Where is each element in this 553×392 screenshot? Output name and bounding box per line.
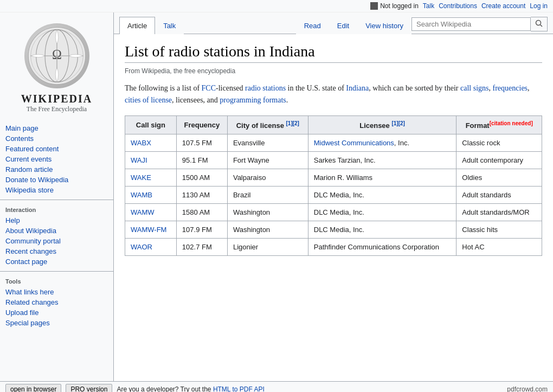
cell-format: Hot AC xyxy=(456,239,542,256)
call-sign-link[interactable]: WAMW-FM xyxy=(131,226,166,234)
search-bar xyxy=(411,17,548,31)
call-signs-link[interactable]: call signs xyxy=(460,84,489,92)
sidebar-item-help[interactable]: Help xyxy=(0,215,113,226)
logo-image: Ω xyxy=(24,23,89,88)
cell-format: Classic hits xyxy=(456,221,542,239)
not-logged-in-text: Not logged in xyxy=(380,2,419,10)
sidebar-item-donate[interactable]: Donate to Wikipedia xyxy=(0,175,113,185)
sidebar-divider-1 xyxy=(0,200,113,200)
table-row: WAJI95.1 FMFort WayneSarkes Tarzian, Inc… xyxy=(125,152,542,169)
bottom-message-text: Are you a developer? Try out the xyxy=(117,385,213,392)
search-input[interactable] xyxy=(411,17,531,31)
log-in-link[interactable]: Log in xyxy=(530,2,548,10)
col-header-frequency: Frequency xyxy=(176,115,227,134)
sidebar-item-contact-page[interactable]: Contact page xyxy=(0,256,113,267)
logo-subtitle: The Free Encyclopedia xyxy=(5,105,108,113)
call-sign-link[interactable]: WAMW xyxy=(131,208,155,216)
table-row: WAMW1580 AMWashingtonDLC Media, Inc.Adul… xyxy=(125,204,542,221)
contributions-link[interactable]: Contributions xyxy=(439,2,477,10)
sidebar-item-featured-content[interactable]: Featured content xyxy=(0,144,113,154)
cell-format: Adult standards xyxy=(456,187,542,204)
html-pdf-api-link[interactable]: HTML to PDF API xyxy=(213,385,265,392)
main-nav: Main page Contents Featured content Curr… xyxy=(0,123,113,195)
frequencies-link[interactable]: frequencies xyxy=(493,84,528,92)
cell-format: Classic rock xyxy=(456,134,542,152)
sidebar-item-community-portal[interactable]: Community portal xyxy=(0,236,113,246)
cell-city: Brazil xyxy=(227,187,308,204)
sidebar-navigation: Main page Contents Featured content Curr… xyxy=(0,123,113,195)
sidebar-item-contents[interactable]: Contents xyxy=(0,133,113,144)
sidebar-item-random-article[interactable]: Random article xyxy=(0,164,113,175)
tab-talk[interactable]: Talk xyxy=(155,17,184,34)
create-account-link[interactable]: Create account xyxy=(481,2,525,10)
pro-version-button[interactable]: PRO version xyxy=(66,384,112,392)
call-sign-link[interactable]: WAMB xyxy=(131,191,152,199)
sidebar-item-about[interactable]: About Wikipedia xyxy=(0,226,113,236)
page-from: From Wikipedia, the free encyclopedia xyxy=(125,67,542,75)
page-content: List of radio stations in Indiana From W… xyxy=(114,34,553,381)
sidebar-tools-section: Tools What links here Related changes Up… xyxy=(0,276,113,328)
sidebar-item-main-page[interactable]: Main page xyxy=(0,123,113,133)
sidebar-item-upload-file[interactable]: Upload file xyxy=(0,307,113,318)
top-bar: Not logged in Talk Contributions Create … xyxy=(0,0,553,12)
pdfcrowd-brand: pdfcrowd.com xyxy=(507,385,548,392)
cell-licensee: Pathfinder Communications Corporation xyxy=(308,239,456,256)
formats-link[interactable]: programming formats xyxy=(220,96,286,104)
tab-view-history[interactable]: View history xyxy=(357,17,411,34)
sidebar-item-what-links-here[interactable]: What links here xyxy=(0,287,113,297)
format-cite: [citation needed] xyxy=(490,120,533,126)
cell-licensee: Midwest Communications, Inc. xyxy=(308,134,456,152)
radio-stations-link[interactable]: radio stations xyxy=(245,84,286,92)
cell-call-sign: WAOR xyxy=(125,239,177,256)
sidebar-item-special-pages[interactable]: Special pages xyxy=(0,318,113,328)
sidebar-item-current-events[interactable]: Current events xyxy=(0,154,113,164)
layout: Ω Wikipedia The Free Encyclopedia Main p… xyxy=(0,12,553,381)
call-sign-link[interactable]: WAOR xyxy=(131,243,152,251)
cell-frequency: 1130 AM xyxy=(176,187,227,204)
indiana-link[interactable]: Indiana xyxy=(346,84,369,92)
logo-area: Ω Wikipedia The Free Encyclopedia xyxy=(0,18,113,119)
user-icon xyxy=(370,2,378,10)
col-header-city: City of license [1][2] xyxy=(227,115,308,134)
content-area: Article Talk Read Edit View history List… xyxy=(114,12,553,381)
call-sign-link[interactable]: WAKE xyxy=(131,173,151,182)
tab-article[interactable]: Article xyxy=(119,17,155,34)
call-sign-link[interactable]: WABX xyxy=(131,139,151,147)
table-row: WAOR102.7 FMLigonierPathfinder Communica… xyxy=(125,239,542,256)
talk-link[interactable]: Talk xyxy=(423,2,434,10)
cell-call-sign: WAKE xyxy=(125,169,177,187)
tab-bar: Article Talk Read Edit View history xyxy=(114,12,553,34)
sidebar-item-recent-changes[interactable]: Recent changes xyxy=(0,246,113,256)
sidebar-divider-2 xyxy=(0,271,113,272)
bottom-message: Are you a developer? Try out the HTML to… xyxy=(117,385,503,392)
cell-format: Oldies xyxy=(456,169,542,187)
tools-label: Tools xyxy=(0,276,113,287)
cell-city: Washington xyxy=(227,204,308,221)
tab-edit[interactable]: Edit xyxy=(329,17,357,34)
svg-text:Ω: Ω xyxy=(52,47,62,62)
open-in-browser-button[interactable]: open in browser xyxy=(5,384,61,392)
svg-point-7 xyxy=(536,21,541,25)
call-sign-link[interactable]: WAJI xyxy=(131,156,147,164)
search-button[interactable] xyxy=(531,17,548,31)
sidebar: Ω Wikipedia The Free Encyclopedia Main p… xyxy=(0,12,114,381)
fcc-link[interactable]: FCC xyxy=(202,84,216,92)
cell-call-sign: WAMW-FM xyxy=(125,221,177,239)
interaction-label: Interaction xyxy=(0,204,113,215)
licensee-link[interactable]: Midwest Communications xyxy=(314,139,394,147)
table-row: WAKE1500 AMValparaisoMarion R. WilliamsO… xyxy=(125,169,542,187)
sidebar-item-related-changes[interactable]: Related changes xyxy=(0,297,113,307)
cell-city: Ligonier xyxy=(227,239,308,256)
cell-licensee: DLC Media, Inc. xyxy=(308,221,456,239)
cell-licensee: DLC Media, Inc. xyxy=(308,204,456,221)
cell-licensee: Marion R. Williams xyxy=(308,169,456,187)
cell-city: Evansville xyxy=(227,134,308,152)
cell-licensee: Sarkes Tarzian, Inc. xyxy=(308,152,456,169)
tab-read[interactable]: Read xyxy=(296,17,329,34)
tools-nav: What links here Related changes Upload f… xyxy=(0,287,113,328)
table-body: WABX107.5 FMEvansvilleMidwest Communicat… xyxy=(125,134,542,256)
radio-stations-table: Call sign Frequency City of license [1][… xyxy=(125,115,542,256)
cell-call-sign: WABX xyxy=(125,134,177,152)
sidebar-item-wikipedia-store[interactable]: Wikipedia store xyxy=(0,185,113,195)
cities-link[interactable]: cities of license xyxy=(125,96,172,104)
